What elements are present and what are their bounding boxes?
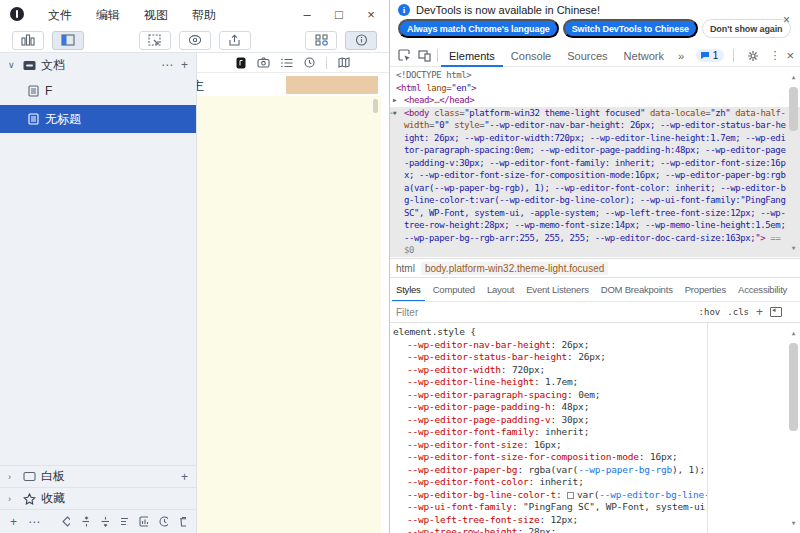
scroll-up-icon[interactable]: ▲ (792, 327, 796, 340)
menu-item-0[interactable]: 文件 (36, 8, 84, 22)
css-property-name[interactable]: --wp-editor-width (407, 364, 501, 375)
breadcrumb-html[interactable]: html (396, 263, 415, 274)
color-swatch[interactable] (567, 492, 574, 499)
css-property-row[interactable]: --wp-editor-line-height: 1.7em; (393, 376, 707, 389)
diamond-icon[interactable] (62, 516, 70, 527)
styles-tab-properties[interactable]: Properties (681, 278, 730, 302)
css-property-name[interactable]: --wp-editor-paragraph-spacing (407, 389, 567, 400)
styles-scrollbar[interactable]: ▲ ▼ (787, 323, 800, 533)
banner-button-2[interactable]: Don't show again (702, 19, 791, 38)
styles-tab-accessibility[interactable]: Accessibility (734, 278, 791, 302)
insert-above-icon[interactable] (81, 516, 89, 527)
styles-tab-computed[interactable]: Computed (429, 278, 479, 302)
css-property-name[interactable]: --wp-editor-font-family (407, 426, 534, 437)
css-property-name[interactable]: --wp-ui-font-family (407, 501, 512, 512)
dom-tree-row-body-element[interactable]: ⋯▼<body class="platform-win32 theme-ligh… (390, 107, 800, 257)
css-property-name[interactable]: --wp-editor-page-padding-h (407, 401, 551, 412)
tab-network[interactable]: Network (616, 45, 672, 67)
dom-tree-row-html-open-tag[interactable]: <html lang="en"> (390, 82, 786, 95)
more-actions-button[interactable]: ⋯ (28, 515, 40, 529)
collapse-arrow-icon[interactable]: ▶ (401, 257, 405, 259)
css-property-row[interactable]: --wp-editor-nav-bar-height: 26px; (393, 339, 707, 352)
sidebar-section-whiteboard[interactable]: › 白板 + (0, 465, 196, 487)
trash-icon[interactable] (179, 516, 186, 527)
banner-close-icon[interactable]: × (783, 13, 790, 27)
device-toolbar-button[interactable] (414, 46, 434, 66)
menu-item-2[interactable]: 视图 (132, 8, 180, 22)
devtools-close-button[interactable]: × (786, 48, 794, 63)
css-property-row[interactable]: --wp-editor-page-padding-v: 30px; (393, 414, 707, 427)
css-property-name[interactable]: --wp-left-tree-font-size (407, 514, 539, 525)
dom-tree-row-doctype[interactable]: <!DOCTYPE html> (390, 69, 786, 82)
note-paper[interactable] (197, 96, 381, 533)
documents-more-button[interactable]: ⋯ (161, 58, 173, 72)
screenshot-button[interactable] (139, 31, 171, 50)
tab-console[interactable]: Console (503, 45, 559, 67)
dom-tree-row-head-element[interactable]: ▶<head>…</head> (390, 94, 786, 107)
chevron-right-icon[interactable]: › (8, 494, 18, 504)
scrollbar-thumb[interactable] (789, 87, 798, 131)
document-item-0[interactable]: F (0, 77, 196, 105)
menu-item-1[interactable]: 编辑 (84, 8, 132, 22)
css-property-row[interactable]: --wp-editor-font-color: inherit; (393, 476, 707, 489)
sort-icon[interactable] (120, 516, 129, 527)
scroll-up-icon[interactable]: ▲ (792, 71, 796, 84)
css-property-row[interactable]: --wp-editor-bg-line-color-t: var(--wp-ed… (393, 489, 707, 502)
scroll-down-icon[interactable]: ▼ (792, 242, 796, 255)
css-property-row[interactable]: --wp-left-tree-font-size: 12px; (393, 514, 707, 527)
minimize-button[interactable]: – (299, 7, 315, 22)
insert-below-icon[interactable] (100, 516, 108, 527)
css-property-row[interactable]: --wp-editor-paper-bg: rgba(var(--wp-pape… (393, 464, 707, 477)
elements-scrollbar[interactable]: ▲ ▼ (787, 67, 800, 258)
apps-grid-button[interactable] (305, 31, 337, 50)
styles-tab-layout[interactable]: Layout (483, 278, 518, 302)
banner-button-0[interactable]: Always match Chrome's language (398, 19, 559, 38)
sidebar-section-favorites[interactable]: › 收藏 (0, 487, 196, 509)
close-button[interactable]: × (363, 7, 379, 22)
note-title-row[interactable]: 主 (197, 73, 389, 96)
css-property-row[interactable]: --wp-editor-status-bar-height: 26px; (393, 351, 707, 364)
scrollbar-thumb[interactable] (789, 343, 798, 431)
editor-scrollbar-thumb[interactable] (373, 99, 378, 113)
css-property-name[interactable]: --wp-editor-paper-bg (407, 464, 517, 475)
css-property-row[interactable]: --wp-tree-row-height: 28px; (393, 526, 707, 533)
chevron-right-icon[interactable]: › (8, 472, 18, 482)
more-tabs-button[interactable]: » (672, 50, 690, 62)
collapse-arrow-icon[interactable]: ▶ (393, 94, 397, 107)
styles-tab-dom-breakpoints[interactable]: DOM Breakpoints (597, 278, 677, 302)
rule-selector[interactable]: element.style { (393, 326, 800, 339)
css-property-name[interactable]: --wp-editor-font-color (407, 476, 528, 487)
privacy-button[interactable] (179, 31, 211, 50)
share-button[interactable] (219, 31, 251, 50)
css-property-name[interactable]: --wp-editor-nav-bar-height (407, 339, 551, 350)
whiteboard-add-button[interactable]: + (181, 470, 188, 484)
filter-input[interactable] (396, 307, 692, 318)
layout-pane-icon[interactable] (770, 307, 782, 317)
stats-button[interactable] (12, 31, 44, 50)
pen-badge-icon[interactable] (236, 57, 246, 69)
chart-icon[interactable] (139, 516, 148, 527)
kebab-menu-button[interactable]: ⋮ (769, 49, 780, 62)
menu-item-3[interactable]: 帮助 (180, 8, 228, 22)
pseudo-state-toggle[interactable]: :hov (699, 307, 721, 317)
inspect-element-button[interactable] (394, 46, 414, 66)
css-property-name[interactable]: --wp-editor-bg-line-color-t (407, 489, 556, 500)
maximize-button[interactable]: □ (331, 7, 347, 22)
new-style-rule-button[interactable]: + (756, 305, 763, 319)
map-icon[interactable] (338, 57, 350, 68)
scroll-down-icon[interactable]: ▼ (792, 517, 796, 530)
history-icon[interactable] (159, 516, 167, 527)
css-property-row[interactable]: --wp-editor-width: 720px; (393, 364, 707, 377)
styles-tab-styles[interactable]: Styles (392, 278, 425, 302)
css-property-row[interactable]: --wp-editor-font-size: 16px; (393, 439, 707, 452)
history-clock-icon[interactable] (304, 57, 315, 68)
css-property-row[interactable]: --wp-ui-font-family: "PingFang SC", WP-F… (393, 501, 707, 514)
css-property-name[interactable]: --wp-editor-font-size (407, 439, 523, 450)
css-property-name[interactable]: --wp-editor-font-size-for-composition-mo… (407, 451, 639, 462)
css-property-name[interactable]: --wp-editor-page-padding-v (407, 414, 551, 425)
breadcrumb-body[interactable]: body.platform-win32.theme-light.focused (421, 262, 608, 275)
camera-icon[interactable] (257, 57, 270, 68)
outline-list-icon[interactable] (281, 58, 293, 68)
dom-tree-row-root-div-element[interactable]: ▶<div id="root">…</div> (390, 257, 786, 259)
css-property-row[interactable]: --wp-editor-font-size-for-composition-mo… (393, 451, 707, 464)
